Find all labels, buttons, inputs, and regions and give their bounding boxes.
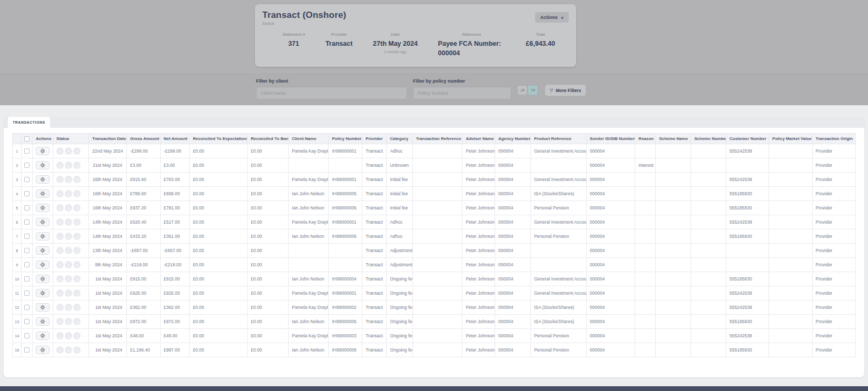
sort-descending-button[interactable]: ↓≡ [517, 85, 527, 95]
cell-agency: 000004 [495, 244, 531, 258]
cell-status: △△△ [53, 158, 89, 173]
col-header-scheme_number: Scheme Number [691, 134, 726, 144]
col-header-rownum [13, 134, 22, 144]
cell-client: Ian John Nelson [289, 272, 329, 286]
row-actions-button[interactable] [36, 175, 50, 184]
cell-gross: £915.00 [126, 272, 160, 286]
cell-agency: 000004 [495, 343, 531, 357]
cell-origin: Provider [812, 300, 855, 315]
row-checkbox[interactable] [24, 219, 29, 225]
cell-agency: 000004 [495, 258, 531, 272]
row-actions-button[interactable] [36, 275, 50, 283]
row-actions-button[interactable] [36, 303, 50, 312]
more-filters-button[interactable]: ▽ More Filters [545, 85, 586, 96]
row-checkbox[interactable] [24, 205, 29, 210]
row-checkbox[interactable] [24, 191, 29, 196]
stat-date-relative: 2 months ago [373, 50, 418, 54]
row-checkbox[interactable] [24, 234, 29, 239]
row-checkbox[interactable] [24, 177, 29, 182]
cell-policy: IH99000003 [329, 329, 362, 343]
cell-client: Pamela Kay Drayton [289, 300, 329, 315]
cell-policy [329, 158, 362, 173]
row-actions-button[interactable] [36, 161, 50, 169]
cell-select [22, 158, 33, 173]
cell-policy [329, 244, 362, 258]
cell-client: Pamela Kay Drayton [289, 286, 329, 300]
cell-rec_exp: £0.00 [190, 343, 248, 357]
row-checkbox[interactable] [24, 319, 29, 324]
col-header-sender: Sender ID/SIB Number [586, 134, 635, 144]
row-actions-button[interactable] [36, 147, 50, 155]
row-actions-button[interactable] [36, 204, 50, 212]
cell-market_value [769, 244, 812, 258]
status-warning-icon: △ [65, 275, 72, 283]
status-warning-icon: △ [73, 304, 81, 311]
status-icons: △△△ [56, 332, 85, 339]
row-actions-button[interactable] [36, 289, 50, 297]
status-icons: △△△ [56, 346, 85, 354]
cell-product: General Investment Account [530, 144, 586, 158]
cell-status: △△△ [53, 215, 89, 229]
cell-status: △△△ [53, 315, 89, 329]
cell-customer: 555242538 [726, 329, 769, 343]
row-actions-button[interactable] [36, 218, 50, 226]
cell-category: Adhoc [387, 144, 412, 158]
cell-reason [635, 173, 656, 187]
cell-policy: IH99000005 [329, 315, 362, 329]
policy-filter-input[interactable] [413, 87, 511, 99]
row-checkbox[interactable] [24, 290, 29, 296]
cell-gross: £362.00 [126, 300, 160, 315]
sort-ascending-icon: ↑≡ [530, 88, 535, 93]
cell-scheme_number [691, 272, 726, 286]
select-all-checkbox[interactable] [24, 136, 29, 142]
table-row: 4△△△16th May 2024£789.60£658.00£0.00£0.0… [13, 187, 856, 201]
status-warning-icon: △ [65, 204, 72, 212]
status-warning-icon: △ [73, 261, 81, 268]
cell-policy: IH99000006 [329, 229, 362, 244]
row-actions-button[interactable] [36, 332, 50, 340]
sort-ascending-button[interactable]: ↑≡ [528, 85, 538, 95]
cell-select [22, 315, 33, 329]
row-actions-button[interactable] [36, 260, 50, 269]
cell-origin: Provider [812, 229, 855, 244]
row-checkbox[interactable] [24, 262, 29, 267]
cell-policy: IH99000006 [329, 343, 362, 357]
row-actions-button[interactable] [36, 346, 50, 354]
cell-txn_ref [412, 272, 462, 286]
cell-adviser: Peter Johnson [462, 258, 495, 272]
cell-status: △△△ [53, 187, 89, 201]
cell-net: £925.00 [160, 286, 190, 300]
row-actions-button[interactable] [36, 232, 50, 240]
cell-actions [33, 272, 53, 286]
cell-status: △△△ [53, 272, 89, 286]
client-filter-input[interactable] [256, 87, 407, 99]
cell-category: Unknown [387, 158, 412, 173]
row-checkbox[interactable] [24, 305, 29, 310]
cell-date: 16th May 2024 [88, 187, 126, 201]
cell-actions [33, 286, 53, 300]
row-checkbox[interactable] [24, 347, 29, 353]
cell-customer [726, 258, 769, 272]
actions-button[interactable]: Actions ∨ [535, 12, 569, 23]
cell-select [22, 244, 33, 258]
row-checkbox[interactable] [24, 148, 29, 154]
col-header-agency: Agency Number [495, 134, 531, 144]
row-checkbox[interactable] [24, 163, 29, 168]
cell-product: ISA (Stocks/Shares) [530, 300, 586, 315]
status-icons: △△△ [56, 204, 85, 212]
cell-actions [33, 244, 53, 258]
cell-reason: Interest [635, 158, 656, 173]
cell-provider: Transact [362, 272, 387, 286]
row-actions-button[interactable] [36, 246, 50, 255]
row-actions-button[interactable] [36, 317, 50, 326]
row-checkbox[interactable] [24, 333, 29, 338]
cell-category: Ongoing fee [387, 286, 412, 300]
cell-rec_exp: £0.00 [190, 329, 248, 343]
row-checkbox[interactable] [24, 248, 29, 253]
tab-transactions[interactable]: TRANSACTIONS [8, 117, 50, 128]
row-actions-button[interactable] [36, 189, 50, 198]
cell-reason [635, 187, 656, 201]
cell-provider: Transact [362, 258, 387, 272]
cell-sender: 000004 [586, 272, 635, 286]
row-checkbox[interactable] [24, 276, 29, 282]
